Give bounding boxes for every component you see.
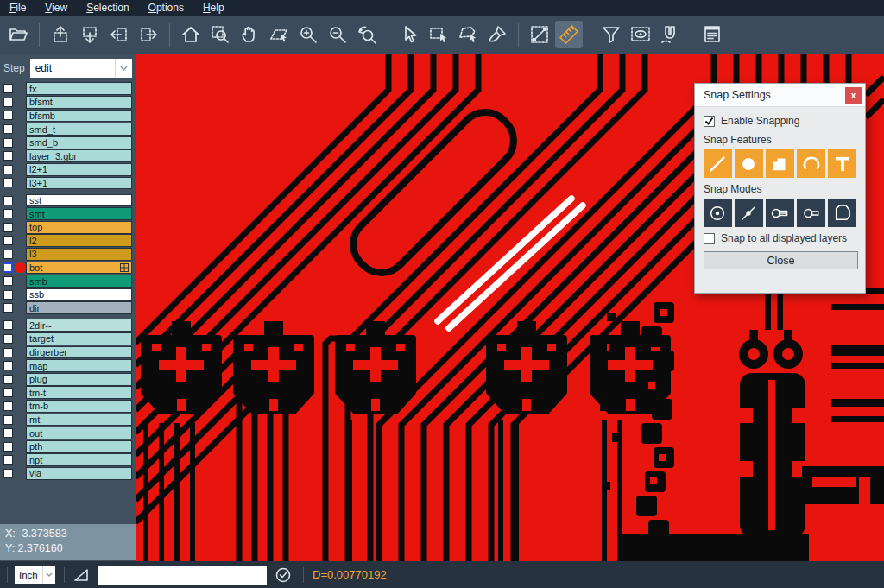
report-button[interactable]: [698, 21, 726, 48]
highlight-button[interactable]: [627, 21, 654, 48]
menu-item[interactable]: File: [0, 1, 35, 16]
layer-visibility-checkbox[interactable]: [3, 442, 13, 452]
layer-row[interactable]: l3+1: [0, 176, 136, 190]
layer-label[interactable]: tm-t: [26, 386, 132, 399]
layer-label[interactable]: sst: [26, 194, 132, 207]
layer-visibility-checkbox[interactable]: [3, 334, 13, 344]
filter-button[interactable]: [597, 21, 625, 48]
command-input[interactable]: [98, 566, 267, 585]
layer-label[interactable]: smt: [26, 207, 132, 220]
layer-label[interactable]: target: [26, 332, 132, 345]
select-button[interactable]: [395, 21, 423, 48]
layer-row[interactable]: layer_3.gbr: [0, 149, 136, 163]
layer-visibility-checkbox[interactable]: [3, 401, 13, 411]
layer-label[interactable]: l2+1: [26, 163, 132, 176]
zoom-previous-button[interactable]: [353, 21, 381, 48]
layer-row[interactable]: sst: [0, 193, 136, 207]
layer-label[interactable]: fx: [26, 82, 132, 95]
pan-left-button[interactable]: [105, 21, 133, 48]
layer-visibility-checkbox[interactable]: [3, 262, 13, 273]
layer-visibility-checkbox[interactable]: [3, 303, 13, 313]
menu-item[interactable]: Selection: [77, 1, 138, 16]
select-window-button[interactable]: [425, 21, 452, 48]
layer-visibility-checkbox[interactable]: [3, 361, 13, 370]
layer-label[interactable]: l3: [26, 248, 132, 261]
layer-row[interactable]: l2: [0, 234, 136, 248]
layer-label[interactable]: dirgerber: [26, 346, 132, 359]
layer-visibility-checkbox[interactable]: [3, 84, 13, 93]
layer-visibility-checkbox[interactable]: [3, 455, 13, 465]
pan-right-button[interactable]: [135, 21, 162, 48]
snap-button[interactable]: [656, 21, 684, 48]
layer-label[interactable]: smd_b: [26, 136, 132, 149]
layer-visibility-checkbox[interactable]: [3, 98, 13, 107]
layer-label[interactable]: ssb: [26, 288, 132, 301]
layer-row[interactable]: ssb: [0, 288, 136, 301]
layer-row[interactable]: mt: [0, 413, 136, 427]
select-polygon-button[interactable]: [454, 21, 482, 48]
snap-feature-arc-button[interactable]: [797, 149, 825, 178]
layer-visibility-checkbox[interactable]: [3, 124, 13, 134]
zoom-dynamic-button[interactable]: [265, 21, 293, 48]
layer-row[interactable]: npt: [0, 453, 136, 467]
layer-visibility-checkbox[interactable]: [3, 209, 13, 218]
layer-label[interactable]: dir: [26, 301, 132, 314]
enable-snapping-checkbox[interactable]: [704, 116, 715, 127]
layer-label[interactable]: top: [26, 221, 132, 234]
snap-all-layers-checkbox[interactable]: [704, 233, 715, 244]
layer-row[interactable]: smt: [0, 207, 136, 221]
open-file-button[interactable]: [4, 21, 32, 48]
apply-button[interactable]: [272, 566, 294, 585]
units-select[interactable]: Inch: [15, 566, 55, 584]
layer-label[interactable]: bfsmb: [26, 110, 132, 123]
layer-visibility-checkbox[interactable]: [3, 415, 13, 425]
layer-label[interactable]: l3+1: [26, 177, 132, 190]
layer-row[interactable]: dirgerber: [0, 345, 136, 359]
layer-visibility-checkbox[interactable]: [3, 290, 13, 300]
zoom-out-button[interactable]: [324, 21, 351, 48]
layer-row[interactable]: l2+1: [0, 163, 136, 177]
layer-visibility-checkbox[interactable]: [3, 138, 13, 148]
pan-up-button[interactable]: [47, 21, 74, 48]
layer-row[interactable]: via: [0, 467, 136, 481]
pan-hand-button[interactable]: [236, 21, 263, 48]
layer-visibility-checkbox[interactable]: [3, 178, 13, 187]
snap-mode-midpoint-button[interactable]: [735, 199, 763, 227]
layer-label[interactable]: bfsmt: [26, 96, 132, 109]
layer-visibility-checkbox[interactable]: [3, 151, 13, 161]
snap-mode-corner-button[interactable]: [828, 199, 856, 227]
layer-label[interactable]: l2: [26, 234, 132, 247]
layer-row[interactable]: bfsmb: [0, 109, 136, 123]
layer-visibility-checkbox[interactable]: [3, 388, 13, 397]
layer-row[interactable]: bfsmt: [0, 96, 136, 110]
zoom-home-button[interactable]: [177, 21, 205, 48]
snap-feature-line-button[interactable]: [704, 149, 732, 178]
layer-visibility-checkbox[interactable]: [3, 276, 13, 286]
layer-visibility-checkbox[interactable]: [3, 196, 13, 205]
snap-mode-pad-end-button[interactable]: [797, 199, 825, 227]
layer-row[interactable]: smd_b: [0, 136, 136, 149]
layer-visibility-checkbox[interactable]: [3, 428, 13, 438]
snap-feature-pad-button[interactable]: [735, 149, 763, 178]
layer-row[interactable]: smd_t: [0, 123, 136, 136]
layer-row[interactable]: bot: [0, 261, 136, 275]
layer-visibility-checkbox[interactable]: [3, 469, 13, 478]
layer-row[interactable]: pth: [0, 439, 136, 453]
layer-row[interactable]: 2dir--: [0, 319, 136, 332]
layer-visibility-checkbox[interactable]: [3, 320, 13, 330]
menu-item[interactable]: Options: [139, 1, 193, 16]
layer-row[interactable]: target: [0, 332, 136, 346]
layer-row[interactable]: l3: [0, 248, 136, 262]
layer-label[interactable]: smd_t: [26, 123, 132, 136]
layer-row[interactable]: out: [0, 427, 136, 440]
zoom-window-button[interactable]: [206, 21, 234, 48]
layer-label[interactable]: 2dir--: [26, 319, 132, 332]
snap-mode-center-button[interactable]: [704, 199, 732, 227]
layer-row[interactable]: tm-t: [0, 386, 136, 400]
layer-row[interactable]: top: [0, 220, 136, 234]
layer-visibility-checkbox[interactable]: [3, 165, 13, 174]
layer-visibility-checkbox[interactable]: [3, 111, 13, 120]
dialog-close-button[interactable]: x: [845, 87, 862, 104]
clear-brush-button[interactable]: [483, 21, 511, 48]
zoom-in-button[interactable]: [294, 21, 322, 48]
